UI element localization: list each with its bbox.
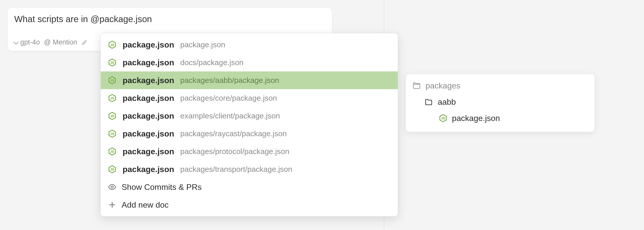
svg-text:JS: JS: [110, 61, 114, 65]
edit-icon[interactable]: [81, 39, 87, 45]
path-tree-panel: packages aabb JS package.json: [405, 74, 595, 132]
dropdown-item-path: package.json: [180, 40, 225, 49]
show-commits-label: Show Commits & PRs: [122, 182, 202, 192]
svg-text:JS: JS: [110, 114, 114, 118]
node-js-icon: JS: [439, 114, 447, 122]
model-name: gpt-4o: [20, 38, 40, 46]
mention-button[interactable]: @ Mention: [44, 38, 77, 46]
node-js-icon: JS: [108, 58, 116, 67]
dropdown-item-name: package.json: [123, 76, 174, 85]
dropdown-item-path: examples/client/package.json: [180, 112, 280, 120]
dropdown-item-path: packages/transport/package.json: [180, 165, 292, 174]
svg-text:JS: JS: [110, 167, 114, 171]
show-commits-action[interactable]: Show Commits & PRs: [101, 178, 398, 196]
svg-text:JS: JS: [110, 150, 114, 154]
svg-text:JS: JS: [110, 96, 114, 100]
mention-label: @ Mention: [44, 38, 77, 46]
svg-text:JS: JS: [441, 116, 445, 120]
dropdown-item-name: package.json: [123, 147, 174, 156]
plus-icon: [108, 201, 116, 209]
tree-file-label: package.json: [452, 114, 500, 123]
dropdown-item[interactable]: JSpackage.jsonpackages/core/package.json: [101, 89, 398, 107]
svg-text:JS: JS: [110, 43, 114, 47]
dropdown-item[interactable]: JSpackage.jsonpackages/protocol/package.…: [101, 143, 398, 160]
mention-dropdown: JSpackage.jsonpackage.jsonJSpackage.json…: [100, 33, 398, 217]
tree-root-label: packages: [426, 81, 460, 90]
model-selector[interactable]: gpt-4o: [14, 38, 40, 46]
dropdown-item[interactable]: JSpackage.jsonpackages/transport/package…: [101, 160, 398, 178]
dropdown-item-name: package.json: [123, 40, 174, 50]
chat-input-text[interactable]: What scripts are in @package.json: [14, 13, 325, 25]
dropdown-item-path: docs/package.json: [180, 58, 244, 67]
chevron-down-icon: [13, 39, 19, 44]
node-js-icon: JS: [108, 129, 116, 138]
dropdown-item-path: packages/protocol/package.json: [180, 147, 289, 156]
svg-point-16: [111, 186, 113, 188]
chat-input-footer: gpt-4o @ Mention: [14, 38, 87, 46]
node-js-icon: JS: [108, 165, 116, 174]
folder-open-icon: [412, 81, 421, 90]
dropdown-item-name: package.json: [123, 58, 174, 67]
svg-text:JS: JS: [110, 79, 114, 82]
tree-child-label: aabb: [438, 97, 456, 107]
dropdown-item-path: packages/raycast/package.json: [180, 129, 287, 138]
eye-icon: [108, 183, 116, 191]
dropdown-item[interactable]: JSpackage.jsondocs/package.json: [101, 54, 398, 71]
dropdown-item-name: package.json: [123, 111, 174, 121]
dropdown-item-path: packages/core/package.json: [180, 94, 277, 102]
add-doc-action[interactable]: Add new doc: [101, 196, 398, 214]
node-js-icon: JS: [108, 94, 116, 102]
svg-text:JS: JS: [110, 132, 114, 136]
dropdown-item-path: packages/aabb/package.json: [180, 76, 279, 85]
add-doc-label: Add new doc: [122, 200, 169, 210]
dropdown-item[interactable]: JSpackage.jsonpackage.json: [101, 36, 398, 54]
dropdown-item-name: package.json: [123, 165, 174, 174]
dropdown-item-name: package.json: [123, 129, 174, 139]
tree-row-file[interactable]: JS package.json: [411, 110, 589, 126]
folder-icon: [425, 98, 433, 106]
dropdown-item[interactable]: JSpackage.jsonpackages/raycast/package.j…: [101, 125, 398, 143]
tree-row-root[interactable]: packages: [411, 78, 589, 94]
node-js-icon: JS: [108, 40, 116, 49]
node-js-icon: JS: [108, 112, 116, 120]
node-js-icon: JS: [108, 147, 116, 156]
dropdown-item[interactable]: JSpackage.jsonexamples/client/package.js…: [101, 107, 398, 125]
tree-row-child[interactable]: aabb: [411, 94, 589, 110]
dropdown-item[interactable]: JSpackage.jsonpackages/aabb/package.json: [101, 71, 398, 89]
node-js-icon: JS: [108, 76, 116, 85]
dropdown-item-name: package.json: [123, 94, 174, 103]
